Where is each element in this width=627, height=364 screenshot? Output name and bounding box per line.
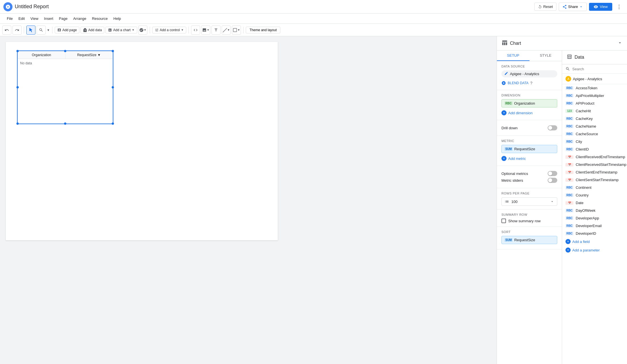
field-ApiPriceMultiplier[interactable]: RBC ApiPriceMultiplier <box>562 92 627 100</box>
chart-col-size: RequestSize ▼ <box>65 51 113 59</box>
field-Continent[interactable]: RBC Continent <box>562 184 627 191</box>
share-button[interactable]: Share <box>559 3 587 11</box>
menu-view[interactable]: View <box>28 15 41 22</box>
resize-handle-br[interactable] <box>112 122 114 125</box>
field-CacheName[interactable]: RBC CacheName <box>562 122 627 130</box>
field-AccessToken[interactable]: RBC AccessToken <box>562 84 627 92</box>
line-arrow: ▼ <box>227 28 230 31</box>
show-summary-row-checkbox[interactable]: Show summary row <box>501 219 557 223</box>
menu-file[interactable]: File <box>5 15 15 22</box>
optional-metrics-label: Optional metrics <box>501 172 528 176</box>
sort-section: Sort SUM RequestSize <box>497 227 562 249</box>
add-chart-button[interactable]: Add a chart ▼ <box>105 27 137 33</box>
field-Country[interactable]: RBC Country <box>562 191 627 199</box>
optional-metrics-section: Optional metrics Metric sliders <box>497 166 562 188</box>
select-tool[interactable] <box>26 26 35 35</box>
search-input[interactable] <box>572 67 624 71</box>
field-ClientSentEndTimestamp[interactable]: 📅 ClientSentEndTimestamp <box>562 168 627 176</box>
field-DayOfWeek[interactable]: RBC DayOfWeek <box>562 207 627 214</box>
field-badge-rbc: RBC <box>565 224 573 228</box>
line-button[interactable]: ▼ <box>222 26 231 35</box>
image-button[interactable]: ▼ <box>201 26 210 35</box>
chart-element[interactable]: Organization RequestSize ▼ No data <box>17 50 113 124</box>
resize-handle-tc[interactable] <box>64 50 66 52</box>
field-DeveloperEmail[interactable]: RBC DeveloperEmail <box>562 222 627 230</box>
shape-button[interactable]: ▼ <box>232 26 241 35</box>
add-metric-button[interactable]: + Add metric <box>501 155 557 162</box>
panel-tabs: SETUP STYLE <box>497 50 562 61</box>
field-CacheHit[interactable]: 123 CacheHit <box>562 107 627 115</box>
sort-label: Sort <box>501 230 557 234</box>
field-DeveloperApp[interactable]: RBC DeveloperApp <box>562 214 627 222</box>
add-data-button[interactable]: Add data <box>81 27 104 33</box>
menu-help[interactable]: Help <box>111 15 123 22</box>
metric-sliders-toggle[interactable] <box>548 178 557 183</box>
code-button[interactable] <box>191 26 200 35</box>
drill-down-toggle[interactable] <box>548 125 557 130</box>
edit-icon <box>504 71 508 76</box>
field-ClientSentStartTimestamp[interactable]: 📅 ClientSentStartTimestamp <box>562 176 627 184</box>
tab-setup[interactable]: SETUP <box>497 50 529 61</box>
field-City[interactable]: RBC City <box>562 138 627 145</box>
resize-handle-tr[interactable] <box>112 50 114 52</box>
field-CacheSource[interactable]: RBC CacheSource <box>562 130 627 138</box>
field-Date[interactable]: 📅 Date <box>562 199 627 207</box>
add-dimension-button[interactable]: + Add dimension <box>501 109 557 117</box>
drill-down-toggle-row: Drill down <box>501 125 557 130</box>
field-ClientReceivedStartTimestamp[interactable]: 📅 ClientReceivedStartTimestamp <box>562 161 627 168</box>
field-badge-rbc: RBC <box>565 124 573 128</box>
add-control-button[interactable]: Add a control ▼ <box>152 27 187 33</box>
menu-edit[interactable]: Edit <box>16 15 27 22</box>
dimension-field[interactable]: RBC Organization <box>501 99 557 107</box>
metric-field[interactable]: SUM RequestSize <box>501 145 557 153</box>
field-ClientReceivedEndTimestamp[interactable]: 📅 ClientReceivedEndTimestamp <box>562 153 627 161</box>
resize-handle-bl[interactable] <box>16 122 19 125</box>
data-source-badge: A Apigee - Analytics <box>562 74 627 84</box>
custom-viz-button[interactable]: ▼ <box>138 26 147 35</box>
resize-handle-tl[interactable] <box>16 50 19 52</box>
field-DeveloperID[interactable]: RBC DeveloperID <box>562 230 627 237</box>
field-badge-123: 123 <box>565 109 573 113</box>
text-button[interactable] <box>211 26 221 35</box>
data-panel-title: Data <box>575 55 584 60</box>
add-parameter-button[interactable]: + Add a parameter <box>562 246 627 254</box>
search-box <box>562 64 627 74</box>
dimension-label: Dimension <box>501 94 557 97</box>
chart-header: Organization RequestSize ▼ <box>18 51 113 59</box>
theme-layout-button[interactable]: Theme and layout <box>246 27 280 33</box>
view-button[interactable]: View <box>589 3 612 11</box>
menu-resource[interactable]: Resource <box>90 15 110 22</box>
report-title[interactable]: Untitled Report <box>15 4 49 10</box>
summary-checkbox-box[interactable] <box>501 219 506 223</box>
reset-button[interactable]: Reset <box>534 3 556 11</box>
expand-icon[interactable] <box>617 40 622 46</box>
menu-page[interactable]: Page <box>57 15 70 22</box>
rows-per-page-label: Rows per Page <box>501 192 557 195</box>
rows-per-page-select[interactable]: 100 <box>501 197 557 206</box>
menu-arrange[interactable]: Arrange <box>71 15 88 22</box>
resize-handle-ml[interactable] <box>16 86 19 88</box>
blend-data-button[interactable]: BLEND DATA ? <box>501 80 557 86</box>
data-panel: Data A Apigee - Analytics RBC AccessToke… <box>562 50 627 364</box>
resize-handle-bc[interactable] <box>64 122 66 125</box>
right-panel: Chart SETUP STYLE Data source <box>497 36 627 364</box>
field-CacheKey[interactable]: RBC CacheKey <box>562 115 627 122</box>
zoom-button[interactable] <box>37 26 46 35</box>
sort-field[interactable]: SUM RequestSize <box>501 236 557 244</box>
add-page-button[interactable]: Add page <box>55 27 79 33</box>
tab-style[interactable]: STYLE <box>529 50 562 61</box>
undo-button[interactable] <box>2 26 11 35</box>
optional-metrics-toggle[interactable] <box>548 171 557 176</box>
zoom-dropdown-arrow[interactable]: ▼ <box>47 28 50 32</box>
data-source-chip[interactable]: Apigee - Analytics <box>501 70 557 77</box>
redo-button[interactable] <box>12 26 22 35</box>
add-field-button[interactable]: + Add a field <box>562 237 627 246</box>
field-ClientID[interactable]: RBC ClientID <box>562 145 627 153</box>
resize-handle-mr[interactable] <box>112 86 114 88</box>
more-options-button[interactable]: ⋮ <box>615 2 624 11</box>
metric-section: Metric SUM RequestSize + Add metric <box>497 136 562 166</box>
field-badge-rbc: RBC <box>565 209 573 212</box>
field-APIProduct[interactable]: RBC APIProduct <box>562 100 627 107</box>
menu-insert[interactable]: Insert <box>42 15 56 22</box>
add-parameter-icon: + <box>565 247 571 253</box>
